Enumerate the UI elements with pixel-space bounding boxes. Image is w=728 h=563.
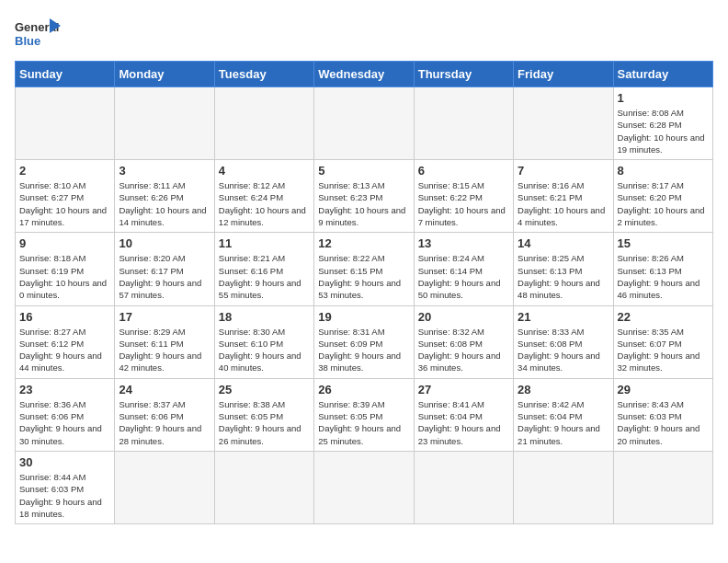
calendar-cell: 1Sunrise: 8:08 AM Sunset: 6:28 PM Daylig… [613,87,712,160]
day-number: 6 [418,164,509,178]
day-number: 23 [19,383,110,396]
day-number: 17 [119,310,210,324]
day-info: Sunrise: 8:44 AM Sunset: 6:03 PM Dayligh… [19,471,110,520]
svg-text:Blue: Blue [15,34,40,48]
day-info: Sunrise: 8:16 AM Sunset: 6:21 PM Dayligh… [518,179,609,228]
day-info: Sunrise: 8:43 AM Sunset: 6:03 PM Dayligh… [618,398,709,447]
logo-svg: GeneralBlue [15,15,61,53]
weekday-header-thursday: Thursday [414,62,513,87]
calendar-row-2: 9Sunrise: 8:18 AM Sunset: 6:19 PM Daylig… [16,233,713,305]
day-info: Sunrise: 8:18 AM Sunset: 6:19 PM Dayligh… [19,252,110,301]
day-info: Sunrise: 8:21 AM Sunset: 6:16 PM Dayligh… [219,252,310,301]
day-info: Sunrise: 8:31 AM Sunset: 6:09 PM Dayligh… [318,326,409,374]
calendar-cell: 28Sunrise: 8:42 AM Sunset: 6:04 PM Dayli… [514,378,613,451]
weekday-header-sunday: Sunday [16,62,115,87]
calendar-row-5: 30Sunrise: 8:44 AM Sunset: 6:03 PM Dayli… [16,451,713,523]
day-number: 7 [518,164,609,178]
calendar-cell [314,87,414,160]
day-number: 28 [518,383,609,396]
calendar-cell [214,451,313,523]
day-number: 5 [318,164,409,178]
day-info: Sunrise: 8:29 AM Sunset: 6:11 PM Dayligh… [119,326,210,374]
day-number: 10 [119,236,210,250]
calendar-cell: 5Sunrise: 8:13 AM Sunset: 6:23 PM Daylig… [314,160,414,233]
day-number: 1 [618,91,709,105]
calendar-row-1: 2Sunrise: 8:10 AM Sunset: 6:27 PM Daylig… [16,160,713,233]
calendar-cell: 24Sunrise: 8:37 AM Sunset: 6:06 PM Dayli… [115,378,214,451]
calendar-cell [514,87,613,160]
calendar-cell: 10Sunrise: 8:20 AM Sunset: 6:17 PM Dayli… [115,233,214,305]
calendar-cell: 13Sunrise: 8:24 AM Sunset: 6:14 PM Dayli… [414,233,513,305]
day-number: 13 [418,236,509,250]
day-info: Sunrise: 8:08 AM Sunset: 6:28 PM Dayligh… [618,107,709,155]
calendar-cell: 25Sunrise: 8:38 AM Sunset: 6:05 PM Dayli… [214,378,313,451]
day-info: Sunrise: 8:13 AM Sunset: 6:23 PM Dayligh… [318,179,409,228]
calendar-cell: 2Sunrise: 8:10 AM Sunset: 6:27 PM Daylig… [16,160,115,233]
day-number: 20 [418,310,509,324]
calendar-cell: 30Sunrise: 8:44 AM Sunset: 6:03 PM Dayli… [16,451,115,523]
day-number: 26 [318,383,409,396]
day-info: Sunrise: 8:39 AM Sunset: 6:05 PM Dayligh… [318,398,409,447]
day-number: 21 [518,310,609,324]
logo: GeneralBlue [15,15,61,53]
day-info: Sunrise: 8:41 AM Sunset: 6:04 PM Dayligh… [418,398,509,447]
calendar-cell: 26Sunrise: 8:39 AM Sunset: 6:05 PM Dayli… [314,378,414,451]
calendar-cell: 15Sunrise: 8:26 AM Sunset: 6:13 PM Dayli… [613,233,712,305]
day-info: Sunrise: 8:33 AM Sunset: 6:08 PM Dayligh… [518,326,609,374]
day-info: Sunrise: 8:32 AM Sunset: 6:08 PM Dayligh… [418,326,509,374]
calendar-cell: 4Sunrise: 8:12 AM Sunset: 6:24 PM Daylig… [214,160,313,233]
calendar-cell: 21Sunrise: 8:33 AM Sunset: 6:08 PM Dayli… [514,305,613,378]
calendar-cell: 3Sunrise: 8:11 AM Sunset: 6:26 PM Daylig… [115,160,214,233]
calendar-cell: 22Sunrise: 8:35 AM Sunset: 6:07 PM Dayli… [613,305,712,378]
calendar-cell [115,451,214,523]
day-info: Sunrise: 8:27 AM Sunset: 6:12 PM Dayligh… [19,326,110,374]
calendar-cell: 12Sunrise: 8:22 AM Sunset: 6:15 PM Dayli… [314,233,414,305]
calendar-cell [414,451,513,523]
day-number: 8 [618,164,709,178]
day-info: Sunrise: 8:17 AM Sunset: 6:20 PM Dayligh… [618,179,709,228]
calendar-cell: 6Sunrise: 8:15 AM Sunset: 6:22 PM Daylig… [414,160,513,233]
calendar-cell [613,451,712,523]
calendar-cell [414,87,513,160]
calendar-row-4: 23Sunrise: 8:36 AM Sunset: 6:06 PM Dayli… [16,378,713,451]
day-number: 2 [19,164,110,178]
day-number: 30 [19,455,110,469]
calendar-cell: 20Sunrise: 8:32 AM Sunset: 6:08 PM Dayli… [414,305,513,378]
calendar-cell: 14Sunrise: 8:25 AM Sunset: 6:13 PM Dayli… [514,233,613,305]
calendar-cell: 7Sunrise: 8:16 AM Sunset: 6:21 PM Daylig… [514,160,613,233]
day-number: 19 [318,310,409,324]
weekday-header-friday: Friday [514,62,613,87]
day-info: Sunrise: 8:11 AM Sunset: 6:26 PM Dayligh… [119,179,210,228]
weekday-header-saturday: Saturday [613,62,712,87]
day-info: Sunrise: 8:24 AM Sunset: 6:14 PM Dayligh… [418,252,509,301]
day-number: 12 [318,236,409,250]
calendar-cell: 9Sunrise: 8:18 AM Sunset: 6:19 PM Daylig… [16,233,115,305]
calendar-cell: 27Sunrise: 8:41 AM Sunset: 6:04 PM Dayli… [414,378,513,451]
day-number: 25 [219,383,310,396]
calendar-table: SundayMondayTuesdayWednesdayThursdayFrid… [15,61,713,524]
weekday-header-tuesday: Tuesday [214,62,313,87]
calendar-cell: 18Sunrise: 8:30 AM Sunset: 6:10 PM Dayli… [214,305,313,378]
day-number: 27 [418,383,509,396]
day-info: Sunrise: 8:38 AM Sunset: 6:05 PM Dayligh… [219,398,310,447]
day-info: Sunrise: 8:10 AM Sunset: 6:27 PM Dayligh… [19,179,110,228]
day-info: Sunrise: 8:25 AM Sunset: 6:13 PM Dayligh… [518,252,609,301]
day-number: 4 [219,164,310,178]
calendar-cell [115,87,214,160]
day-number: 15 [618,236,709,250]
day-number: 18 [219,310,310,324]
calendar-cell: 8Sunrise: 8:17 AM Sunset: 6:20 PM Daylig… [613,160,712,233]
calendar-cell: 17Sunrise: 8:29 AM Sunset: 6:11 PM Dayli… [115,305,214,378]
weekday-header-row: SundayMondayTuesdayWednesdayThursdayFrid… [16,62,713,87]
day-number: 3 [119,164,210,178]
calendar-cell [514,451,613,523]
day-number: 14 [518,236,609,250]
day-info: Sunrise: 8:35 AM Sunset: 6:07 PM Dayligh… [618,326,709,374]
calendar-cell [16,87,115,160]
day-info: Sunrise: 8:12 AM Sunset: 6:24 PM Dayligh… [219,179,310,228]
header: GeneralBlue [15,15,713,53]
calendar-row-3: 16Sunrise: 8:27 AM Sunset: 6:12 PM Dayli… [16,305,713,378]
calendar-cell [214,87,313,160]
day-number: 9 [19,236,110,250]
day-number: 11 [219,236,310,250]
